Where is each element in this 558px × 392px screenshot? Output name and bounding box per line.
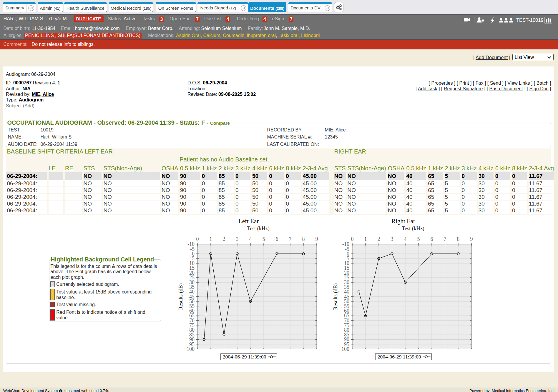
svg-text:2: 2 [223, 236, 225, 242]
svg-text:100: 100 [187, 346, 195, 352]
svg-text:3: 3 [236, 236, 239, 242]
svg-text:2: 2 [378, 236, 380, 242]
svg-text:9: 9 [470, 236, 473, 242]
svg-text:100: 100 [341, 346, 349, 352]
svg-text:4: 4 [249, 236, 252, 242]
svg-text:8: 8 [457, 236, 460, 242]
svg-text:Results (dB): Results (dB) [333, 283, 339, 310]
svg-text:Right Ear: Right Ear [391, 218, 415, 225]
svg-text:3: 3 [391, 236, 393, 242]
svg-text:2004-06-29 11:39:00: 2004-06-29 11:39:00 [378, 354, 421, 360]
svg-text:Test (kHz): Test (kHz) [402, 226, 424, 232]
svg-text:6: 6 [431, 236, 433, 242]
svg-text:5: 5 [263, 236, 265, 242]
svg-text:Results (dB): Results (dB) [178, 283, 184, 310]
svg-text:6: 6 [276, 236, 278, 242]
svg-text:Left Ear: Left Ear [238, 218, 259, 225]
svg-text:1: 1 [210, 236, 212, 242]
svg-text:4: 4 [404, 236, 407, 242]
svg-text:Test (kHz): Test (kHz) [247, 226, 270, 232]
svg-text:0: 0 [196, 236, 199, 242]
svg-text:2004-06-29 11:39:00: 2004-06-29 11:39:00 [223, 354, 266, 360]
svg-text:TEST-10019: TEST-10019 [516, 17, 544, 23]
svg-text:0: 0 [351, 236, 354, 242]
svg-text:9: 9 [315, 236, 318, 242]
svg-text:7: 7 [289, 236, 292, 242]
svg-text:5: 5 [417, 236, 420, 242]
svg-text:1: 1 [364, 236, 367, 242]
svg-text:7: 7 [444, 236, 446, 242]
svg-text:8: 8 [302, 236, 305, 242]
